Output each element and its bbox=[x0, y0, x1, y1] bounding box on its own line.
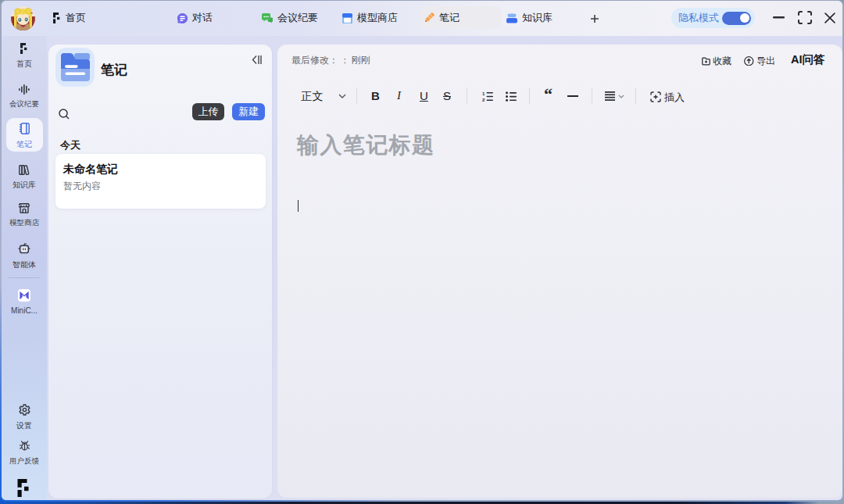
svg-text:2: 2 bbox=[482, 97, 485, 101]
svg-text:1: 1 bbox=[482, 91, 485, 96]
